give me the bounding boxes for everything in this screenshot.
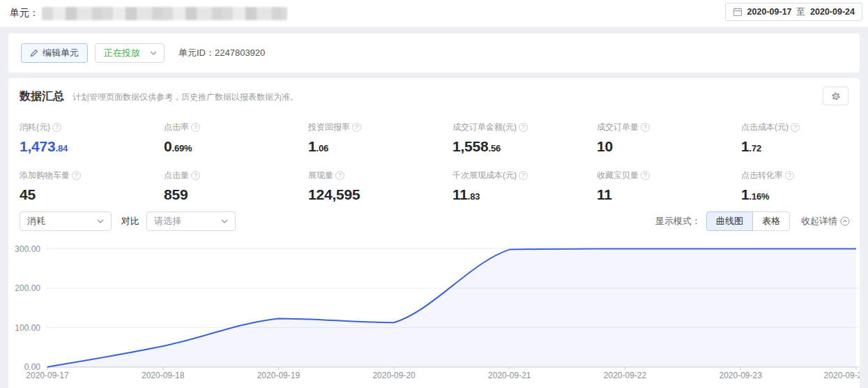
help-icon[interactable] [191,171,200,180]
metric-cell: 成交订单金额(元)1,558.56 [452,121,597,155]
chevron-down-icon [150,51,157,55]
unit-name-redacted [42,7,287,20]
help-icon[interactable] [72,171,81,180]
calendar-icon [733,7,743,17]
metric-value: 11.83 [452,186,597,203]
help-icon[interactable] [352,123,361,132]
unit-id: 单元ID：2247803920 [178,47,265,59]
help-icon[interactable] [52,123,61,132]
unit-id-label: 单元ID： [178,47,215,58]
compare-select[interactable]: 请选择 [146,211,236,231]
metric-select-value: 消耗 [27,215,45,227]
date-range-picker[interactable]: 2020-09-17 至 2020-09-24 [725,3,862,21]
x-axis-tick-label: 2020-09-20 [359,371,429,380]
spend-trend-chart[interactable]: 0.00100.00200.00300.00 2020-09-172020-09… [8,239,860,388]
chart-canvas [8,239,860,378]
help-icon[interactable] [641,171,650,180]
unit-id-value: 2247803920 [215,47,265,58]
metric-label: 点击转化率 [741,170,783,181]
compare-select-placeholder: 请选择 [154,215,181,227]
x-axis-tick-label: 2020-09-17 [13,371,82,380]
metric-label: 收藏宝贝量 [597,170,639,181]
x-axis-tick-label: 2020-09-23 [706,371,775,380]
metric-cell: 收藏宝贝量11 [597,170,741,203]
data-summary-card: 数据汇总 计划管理页面数据仅供参考，历史推广数据以报表数据为准。 消耗(元)1,… [8,78,860,388]
summary-note: 计划管理页面数据仅供参考，历史推广数据以报表数据为准。 [73,91,298,103]
help-icon[interactable] [791,123,800,132]
metric-label: 成交订单量 [597,121,639,133]
chevron-up-circle-icon [840,216,850,226]
metric-value: 1,473.84 [20,138,164,155]
display-mode-label: 显示模式： [655,215,701,227]
metric-cell: 消耗(元)1,473.84 [20,121,164,155]
chart-controls: 消耗 对比 请选择 显示模式： 曲线图 表格 收起详情 [20,211,850,231]
metric-value: 1.06 [308,138,452,155]
metric-value: 859 [164,186,308,203]
series-area-fill [47,249,856,368]
mode-table-button[interactable]: 表格 [752,211,790,231]
metric-value: 1.72 [741,138,860,155]
metric-cell: 点击量859 [164,170,308,203]
metric-value: 45 [20,186,164,203]
metric-cell: 添加购物车量45 [20,170,164,203]
top-bar: 单元： 2020-09-17 至 2020-09-24 [0,0,868,27]
chevron-down-icon [221,219,228,223]
date-separator: 至 [797,6,806,18]
metric-label: 点击率 [164,121,189,133]
metric-value: 0.69% [164,138,308,155]
gear-icon [830,91,842,102]
mode-curve-button[interactable]: 曲线图 [706,211,753,231]
help-icon[interactable] [191,123,200,132]
help-icon[interactable] [785,171,794,180]
metric-value: 1.16% [741,186,860,203]
pencil-icon [30,49,38,57]
metric-label: 添加购物车量 [20,170,70,181]
compare-label: 对比 [121,215,139,227]
metric-value: 10 [597,138,741,155]
metric-cell: 展现量124,595 [308,170,452,203]
help-icon[interactable] [519,171,528,180]
metric-label: 点击成本(元) [741,121,789,133]
metrics-grid: 消耗(元)1,473.84 点击率0.69% 投资回报率1.06 成交订单金额(… [20,121,860,203]
metric-cell: 点击成本(元)1.72 [741,121,860,155]
metric-cell: 点击率0.69% [164,121,308,155]
summary-title: 数据汇总 [20,89,64,104]
x-axis-tick-label: 2020-09-22 [591,371,660,380]
ad-unit-dashboard: 单元： 2020-09-17 至 2020-09-24 编辑单元 正在投放 单元… [0,0,868,388]
chevron-down-icon [97,219,104,223]
edit-unit-label: 编辑单元 [43,47,79,59]
metric-label: 展现量 [308,170,333,181]
date-start: 2020-09-17 [747,7,792,17]
date-end: 2020-09-24 [810,7,855,17]
x-axis-tick-label: 2020-09-24 [797,371,860,380]
metric-value: 11 [597,186,741,203]
metric-select[interactable]: 消耗 [20,211,112,231]
y-axis-tick-label: 200.00 [8,283,40,293]
help-icon[interactable] [335,171,344,180]
metric-value: 124,595 [308,186,452,203]
status-dropdown[interactable]: 正在投放 [95,43,165,63]
collapse-label: 收起详情 [801,215,837,227]
metric-label: 投资回报率 [308,121,350,133]
y-axis-tick-label: 100.00 [8,323,40,333]
metric-label: 成交订单金额(元) [452,121,517,133]
metric-cell: 点击转化率1.16% [741,170,860,203]
metric-cell: 千次展现成本(元)11.83 [452,170,597,203]
x-axis-tick-label: 2020-09-18 [128,371,198,380]
edit-unit-button[interactable]: 编辑单元 [21,43,88,63]
settings-button[interactable] [823,87,848,105]
unit-toolbar-card: 编辑单元 正在投放 单元ID：2247803920 [8,33,860,73]
x-axis-tick-label: 2020-09-19 [243,371,313,380]
metric-value: 1,558.56 [452,138,597,155]
status-value: 正在投放 [104,47,140,59]
y-axis-tick-label: 300.00 [8,244,40,254]
help-icon[interactable] [519,123,528,132]
x-axis-tick-label: 2020-09-21 [475,371,545,380]
metric-label: 消耗(元) [20,121,50,133]
collapse-details[interactable]: 收起详情 [801,215,850,227]
help-icon[interactable] [641,123,650,132]
summary-header: 数据汇总 计划管理页面数据仅供参考，历史推广数据以报表数据为准。 [20,89,298,104]
metric-cell: 成交订单量10 [597,121,741,155]
metric-label: 千次展现成本(元) [452,170,517,181]
unit-label: 单元： [10,7,39,20]
